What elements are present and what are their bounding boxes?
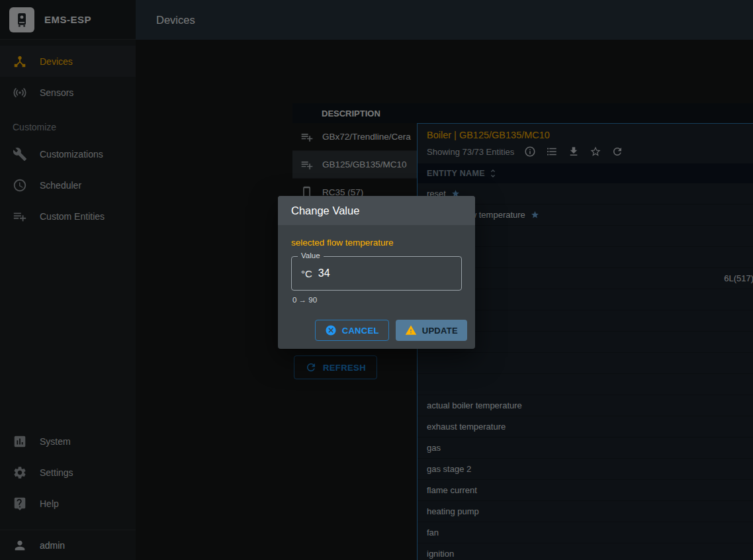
warning-icon	[405, 324, 417, 336]
dialog-actions: CANCEL UPDATE	[278, 304, 475, 349]
value-unit: °C	[301, 268, 312, 279]
cancel-button[interactable]: CANCEL	[315, 320, 389, 341]
dialog-title: Change Value	[278, 196, 475, 225]
value-input[interactable]: Value °C 34	[291, 256, 462, 291]
update-button[interactable]: UPDATE	[396, 320, 467, 341]
value-input-label: Value	[298, 252, 324, 259]
change-value-dialog: Change Value selected flow temperature V…	[278, 196, 475, 349]
ems-esp-app: EMS-ESP Devices Sensors Customize Custom…	[0, 0, 753, 560]
cancel-label: CANCEL	[342, 326, 379, 336]
cancel-icon	[325, 324, 337, 336]
value-range-helper: 0 → 90	[292, 296, 461, 304]
update-label: UPDATE	[422, 326, 458, 336]
value-current: 34	[318, 267, 330, 279]
dialog-entity-name: selected flow temperature	[291, 238, 462, 248]
